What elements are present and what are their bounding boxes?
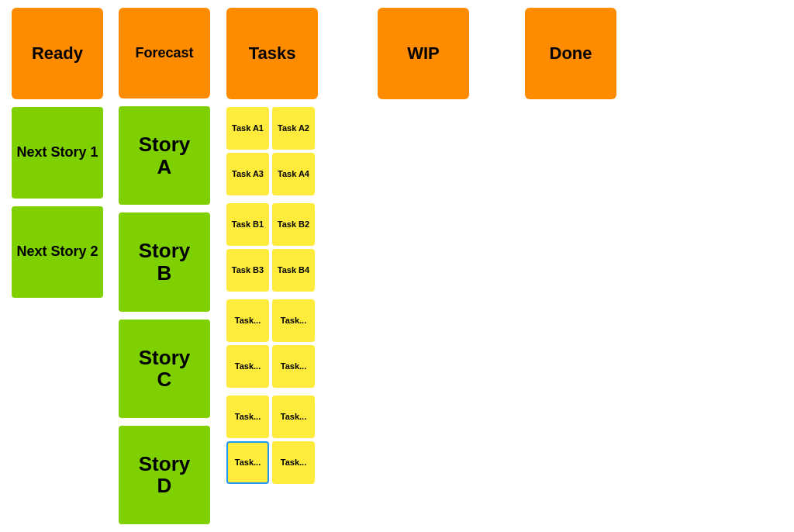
- column-tasks: Tasks Task A1 Task A2 Task A3 Task A4: [222, 8, 323, 524]
- task-a2[interactable]: Task A2: [272, 107, 315, 150]
- task-b1[interactable]: Task B1: [226, 203, 269, 246]
- tasks-label: Tasks: [249, 43, 296, 64]
- task-d2[interactable]: Task...: [272, 396, 315, 438]
- column-ready-header: Ready: [12, 8, 103, 99]
- kanban-board: Ready Next Story 1 Next Story 2 Forecast…: [0, 0, 794, 532]
- story-d-label: Story D: [139, 453, 190, 497]
- column-wip-header: WIP: [378, 8, 469, 99]
- column-ready: Ready Next Story 1 Next Story 2: [8, 8, 107, 524]
- story-b-label: Story B: [139, 240, 190, 284]
- column-forecast: Forecast Story A Story B Story C Story D: [115, 8, 214, 524]
- tasks-group-d: Task... Task... Task... Task...: [226, 396, 318, 484]
- task-c1[interactable]: Task...: [226, 299, 269, 342]
- task-b4[interactable]: Task B4: [272, 249, 315, 292]
- forecast-label: Forecast: [135, 45, 193, 61]
- tasks-group-b: Task B1 Task B2 Task B3 Task B4: [226, 203, 318, 292]
- task-row-a-1: Task A1 Task A2: [226, 107, 318, 150]
- task-b3[interactable]: Task B3: [226, 249, 269, 292]
- done-label: Done: [550, 43, 592, 64]
- next-story-1-label: Next Story 1: [16, 144, 98, 161]
- story-d-card[interactable]: Story D: [119, 426, 210, 524]
- task-b2[interactable]: Task B2: [272, 203, 315, 246]
- task-row-c-2: Task... Task...: [226, 345, 318, 388]
- column-tasks-header: Tasks: [226, 8, 318, 99]
- task-d3[interactable]: Task...: [226, 441, 269, 484]
- story-c-label: Story C: [139, 347, 190, 391]
- spacer-1: [330, 8, 369, 524]
- task-row-a-2: Task A3 Task A4: [226, 153, 318, 195]
- column-done: Done: [524, 8, 617, 524]
- task-a1[interactable]: Task A1: [226, 107, 269, 150]
- task-c4[interactable]: Task...: [272, 345, 315, 388]
- task-row-b-1: Task B1 Task B2: [226, 203, 318, 246]
- tasks-group-a: Task A1 Task A2 Task A3 Task A4: [226, 107, 318, 195]
- task-d1[interactable]: Task...: [226, 396, 269, 438]
- task-d4[interactable]: Task...: [272, 441, 315, 484]
- next-story-2-card[interactable]: Next Story 2: [12, 206, 103, 298]
- task-row-d-1: Task... Task...: [226, 396, 318, 438]
- spacer-2: [478, 8, 516, 524]
- task-a4[interactable]: Task A4: [272, 153, 315, 195]
- task-row-d-2: Task... Task...: [226, 441, 318, 484]
- story-a-label: Story A: [139, 133, 190, 178]
- task-row-c-1: Task... Task...: [226, 299, 318, 342]
- story-a-card[interactable]: Story A: [119, 106, 210, 205]
- column-done-header: Done: [525, 8, 616, 99]
- wip-label: WIP: [407, 43, 440, 64]
- ready-label: Ready: [32, 43, 83, 64]
- task-c2[interactable]: Task...: [272, 299, 315, 342]
- tasks-group-c: Task... Task... Task... Task...: [226, 299, 318, 388]
- next-story-1-card[interactable]: Next Story 1: [12, 107, 103, 199]
- task-c3[interactable]: Task...: [226, 345, 269, 388]
- task-row-b-2: Task B3 Task B4: [226, 249, 318, 292]
- story-c-card[interactable]: Story C: [119, 320, 210, 418]
- next-story-2-label: Next Story 2: [16, 244, 98, 261]
- story-b-card[interactable]: Story B: [119, 212, 210, 311]
- column-wip: WIP: [377, 8, 470, 524]
- column-forecast-header: Forecast: [119, 8, 210, 98]
- task-a3[interactable]: Task A3: [226, 153, 269, 195]
